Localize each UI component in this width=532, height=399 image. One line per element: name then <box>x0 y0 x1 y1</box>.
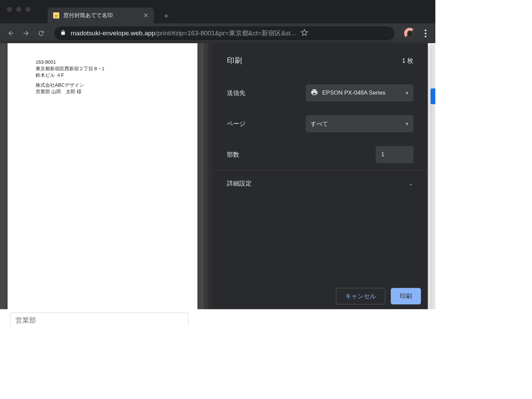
preview-line: 163-8001 <box>36 59 197 65</box>
print-preview-pane: 163-8001 東京都新宿区西新宿２丁目８−１ 鈴木ビル ４F 株式会社ABC… <box>0 43 213 312</box>
preview-line: 東京都新宿区西新宿２丁目８−１ <box>36 65 197 72</box>
preview-line: 株式会社ABCデザイン <box>36 82 197 88</box>
new-tab-button[interactable]: ＋ <box>160 10 172 22</box>
print-label: 印刷 <box>400 292 412 300</box>
url-path: /print/#zip=163-8001&pr=東京都&ct=新宿区&st... <box>155 29 296 37</box>
more-settings-label: 詳細設定 <box>227 179 252 188</box>
favicon-icon <box>53 12 59 19</box>
copies-row: 部数 1 <box>227 139 413 170</box>
underlying-input-value: 営業部 <box>15 316 36 325</box>
preview-scrollbar-outer <box>208 43 213 312</box>
copies-value: 1 <box>381 151 384 158</box>
dialog-footer: キャンセル 印刷 <box>213 288 428 312</box>
browser-toolbar: madotsuki-envelope.web.app/print/#zip=16… <box>0 23 435 43</box>
close-tab-icon[interactable]: ✕ <box>143 12 148 19</box>
more-settings-toggle[interactable]: 詳細設定 ⌄ <box>213 170 428 196</box>
underlying-print-button-peek <box>431 88 435 104</box>
print-header: 印刷 1 枚 <box>213 43 428 77</box>
cancel-label: キャンセル <box>345 292 376 300</box>
pages-row: ページ すべて ▾ <box>227 108 413 139</box>
underlying-page: 営業部 <box>0 309 435 326</box>
pages-label: ページ <box>227 120 245 128</box>
destination-value: EPSON PX-048A Series <box>322 89 409 96</box>
content-area: 163-8001 東京都新宿区西新宿２丁目８−１ 鈴木ビル ４F 株式会社ABC… <box>0 43 435 326</box>
lock-icon <box>60 30 66 37</box>
traffic-lights <box>0 4 31 12</box>
print-dialog: 163-8001 東京都新宿区西新宿２丁目８−１ 鈴木ビル ４F 株式会社ABC… <box>0 43 428 312</box>
preview-line: 鈴木ビル ４F <box>36 72 197 78</box>
chevron-down-icon: ▾ <box>406 89 409 97</box>
back-button[interactable] <box>5 28 16 39</box>
profile-avatar[interactable] <box>404 28 415 39</box>
maximize-window-button[interactable] <box>25 7 31 12</box>
preview-line: 営業部 山田 太郎 様 <box>36 88 197 95</box>
preview-page: 163-8001 東京都新宿区西新宿２丁目８−１ 鈴木ビル ４F 株式会社ABC… <box>8 43 197 312</box>
preview-scrollbar-track[interactable] <box>204 43 208 312</box>
sheet-count: 1 枚 <box>402 57 413 65</box>
cancel-button[interactable]: キャンセル <box>336 288 385 304</box>
pages-select[interactable]: すべて ▾ <box>306 115 413 132</box>
url-text: madotsuki-envelope.web.app/print/#zip=16… <box>71 29 296 38</box>
chevron-down-icon: ⌄ <box>408 180 413 187</box>
browser-menu-button[interactable] <box>421 29 430 37</box>
page-scrollbar[interactable] <box>431 44 435 326</box>
minimize-window-button[interactable] <box>16 7 21 12</box>
browser-tab-active[interactable]: 窓付封筒あてて名印 ✕ <box>48 8 154 23</box>
printer-icon <box>311 88 318 98</box>
tab-title: 窓付封筒あてて名印 <box>63 12 139 19</box>
forward-button[interactable] <box>21 28 32 39</box>
pages-value: すべて <box>311 120 409 128</box>
destination-label: 送信先 <box>227 89 245 97</box>
print-title: 印刷 <box>227 56 242 66</box>
print-settings-pane: 印刷 1 枚 送信先 EPSON PX-048A Series ▾ ページ <box>213 43 428 312</box>
window-titlebar: 窓付封筒あてて名印 ✕ ＋ <box>0 0 435 23</box>
address-bar[interactable]: madotsuki-envelope.web.app/print/#zip=16… <box>54 26 395 40</box>
bookmark-star-icon[interactable] <box>301 29 308 38</box>
copies-input[interactable]: 1 <box>376 146 413 163</box>
reload-button[interactable] <box>36 28 47 39</box>
copies-label: 部数 <box>227 150 239 159</box>
print-button[interactable]: 印刷 <box>391 288 421 304</box>
destination-row: 送信先 EPSON PX-048A Series ▾ <box>227 77 413 108</box>
underlying-text-input[interactable]: 営業部 <box>10 313 189 326</box>
destination-select[interactable]: EPSON PX-048A Series ▾ <box>306 84 413 101</box>
browser-tabs: 窓付封筒あてて名印 ✕ ＋ <box>48 4 172 23</box>
close-window-button[interactable] <box>7 7 12 12</box>
url-host: madotsuki-envelope.web.app <box>71 29 155 37</box>
chevron-down-icon: ▾ <box>406 120 409 128</box>
